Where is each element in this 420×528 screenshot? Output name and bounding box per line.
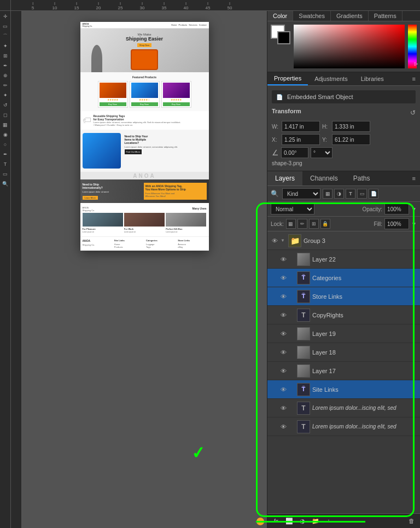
layer-visibility-19[interactable]: 👁 xyxy=(278,329,288,339)
h-label: H: xyxy=(322,124,330,130)
layer-item-19[interactable]: 👁 Layer 19 xyxy=(267,324,420,343)
layer-item-group3[interactable]: 👁 ▼ 📁 Group 3 xyxy=(267,231,420,250)
x-input[interactable] xyxy=(282,134,320,145)
layer-visibility-lorem2[interactable]: 👁 xyxy=(278,422,288,432)
tab-color[interactable]: Color xyxy=(267,11,293,21)
layer-item-lorem2[interactable]: 👁 T Lorem ipsum dolor...iscing elit, sed xyxy=(267,417,420,436)
dodge-tool[interactable]: ○ xyxy=(1,140,10,149)
tab-channels[interactable]: Channels xyxy=(302,171,346,185)
layer-item-lorem1[interactable]: 👁 T Lorem ipsum dolor...iscing elit, sed xyxy=(267,399,420,417)
angle-unit-select[interactable]: ° xyxy=(311,147,332,158)
layer-item-18[interactable]: 👁 Layer 18 xyxy=(267,343,420,362)
layer-expand-18[interactable] xyxy=(288,347,295,357)
tab-gradients[interactable]: Gradients xyxy=(331,11,369,21)
color-spectrum[interactable] xyxy=(294,25,405,68)
blend-mode-select[interactable]: Normal xyxy=(271,204,314,214)
ruler-mark: 10 xyxy=(52,2,57,10)
opacity-input[interactable] xyxy=(384,204,409,214)
opacity-dropdown-icon[interactable]: ▼ xyxy=(411,206,417,212)
filter-adjust-icon[interactable]: ◑ xyxy=(334,189,344,199)
layer-item-22[interactable]: 👁 Layer 22 xyxy=(267,250,420,269)
layer-visibility-lorem1[interactable]: 👁 xyxy=(278,403,288,413)
layer-item-storelinks[interactable]: 👁 T̈ Store Links xyxy=(267,287,420,306)
filter-pixel-icon[interactable]: ▦ xyxy=(323,189,332,199)
color-hue-bar[interactable] xyxy=(408,25,417,68)
blur-tool[interactable]: ◉ xyxy=(1,130,10,139)
layer-item-sitelinks[interactable]: 👁 T̈ Site Links xyxy=(267,380,420,399)
layer-name-lorem2: Lorem ipsum dolor...iscing elit, sed xyxy=(312,423,418,430)
kind-select[interactable]: Kind xyxy=(282,188,320,199)
eyedropper-tool[interactable]: ✒ xyxy=(1,61,10,70)
color-background[interactable] xyxy=(277,31,290,44)
mockup-use-images xyxy=(83,213,207,227)
lasso-tool[interactable]: ⌒ xyxy=(1,32,10,40)
pen-tool[interactable]: ✒ xyxy=(1,150,10,159)
layer-visibility-18[interactable]: 👁 xyxy=(278,347,288,357)
zoom-tool[interactable]: 🔍 xyxy=(1,179,10,188)
crop-tool[interactable]: ⊞ xyxy=(1,51,10,60)
layer-visibility-categories[interactable]: 👁 xyxy=(278,273,288,283)
layer-expand-categories[interactable] xyxy=(288,273,295,283)
filter-smart-icon[interactable]: 📄 xyxy=(369,189,378,199)
layer-expand-17[interactable] xyxy=(288,366,295,376)
layer-expand-19[interactable] xyxy=(288,329,295,339)
layer-expand-sitelinks[interactable] xyxy=(288,385,295,394)
magic-wand-tool[interactable]: ✦ xyxy=(1,42,10,50)
layer-expand-22[interactable] xyxy=(288,254,295,264)
reset-transform-icon[interactable]: ↺ xyxy=(410,109,416,117)
layer-visibility-17[interactable]: 👁 xyxy=(278,366,288,376)
gradient-tool[interactable]: ▦ xyxy=(1,120,10,129)
layer-expand-lorem2[interactable] xyxy=(288,422,295,432)
heal-tool[interactable]: ⊕ xyxy=(1,71,10,80)
lock-icons: ▦ ✏ ⊞ 🔒 xyxy=(286,219,330,229)
text-tool[interactable]: T xyxy=(1,160,10,169)
layer-expand-storelinks[interactable] xyxy=(288,292,295,301)
layer-expand-group3[interactable]: ▼ xyxy=(279,236,286,246)
fill-dropdown-icon[interactable]: ▼ xyxy=(411,221,417,227)
y-input[interactable] xyxy=(332,134,370,145)
tab-layers[interactable]: Layers xyxy=(267,171,302,185)
filter-shape-icon[interactable]: ▭ xyxy=(357,189,367,199)
fill-input[interactable] xyxy=(384,218,409,229)
clone-stamp-tool[interactable]: ✦ xyxy=(1,91,10,100)
layers-menu-icon[interactable]: ≡ xyxy=(408,175,420,182)
tab-swatches[interactable]: Swatches xyxy=(293,11,331,21)
lock-all-icon[interactable]: 🔒 xyxy=(320,219,330,229)
layer-visibility-storelinks[interactable]: 👁 xyxy=(278,292,288,301)
filter-text-icon[interactable]: T xyxy=(346,189,355,199)
tab-adjustments[interactable]: Adjustments xyxy=(308,73,354,85)
brush-tool[interactable]: ✏ xyxy=(1,81,10,90)
layer-visibility-copyrights[interactable]: 👁 xyxy=(278,310,288,320)
layer-visibility-group3[interactable]: 👁 xyxy=(270,236,279,246)
lock-artboards-icon[interactable]: ⊞ xyxy=(309,219,319,229)
smart-object-row: 📄 Embedded Smart Object xyxy=(272,90,416,103)
layer-item-17[interactable]: 👁 Layer 17 xyxy=(267,362,420,380)
w-input[interactable] xyxy=(282,121,320,132)
lock-pixels-icon[interactable]: ▦ xyxy=(286,219,296,229)
canvas-area[interactable]: ANOA Shipping Co. Home Products Services… xyxy=(22,11,267,528)
h-input[interactable] xyxy=(332,121,370,132)
tab-libraries[interactable]: Libraries xyxy=(354,73,390,85)
tab-properties[interactable]: Properties xyxy=(267,72,308,85)
properties-menu-icon[interactable]: ≡ xyxy=(408,76,420,82)
layer-expand-copyrights[interactable] xyxy=(288,310,295,320)
shape-tool[interactable]: ▭ xyxy=(1,170,10,178)
layer-delete-icon[interactable]: 🗑 xyxy=(406,515,417,526)
layer-item-categories[interactable]: 👁 T̈ Categories xyxy=(267,269,420,287)
mockup-suitcase-badge: Find Out More xyxy=(125,149,142,154)
eraser-tool[interactable]: ◻ xyxy=(1,111,10,119)
move-tool[interactable]: ✛ xyxy=(1,12,10,21)
tab-paths[interactable]: Paths xyxy=(346,171,378,185)
lock-position-icon[interactable]: ✏ xyxy=(298,219,307,229)
layer-expand-lorem1[interactable] xyxy=(288,403,295,413)
color-fg-bg[interactable] xyxy=(271,25,290,44)
mockup-footer-sitelinks: Site Links Home Products xyxy=(114,239,143,248)
layer-item-copyrights[interactable]: 👁 T CopyRights xyxy=(267,306,420,324)
tab-patterns[interactable]: Patterns xyxy=(369,11,402,21)
layer-visibility-sitelinks[interactable]: 👁 xyxy=(278,385,288,394)
marquee-tool[interactable]: ▭ xyxy=(1,22,10,31)
layer-visibility-22[interactable]: 👁 xyxy=(278,254,288,264)
history-brush-tool[interactable]: ↺ xyxy=(1,101,10,109)
angle-input[interactable] xyxy=(281,147,308,158)
layer-name-sitelinks: Site Links xyxy=(312,386,418,393)
